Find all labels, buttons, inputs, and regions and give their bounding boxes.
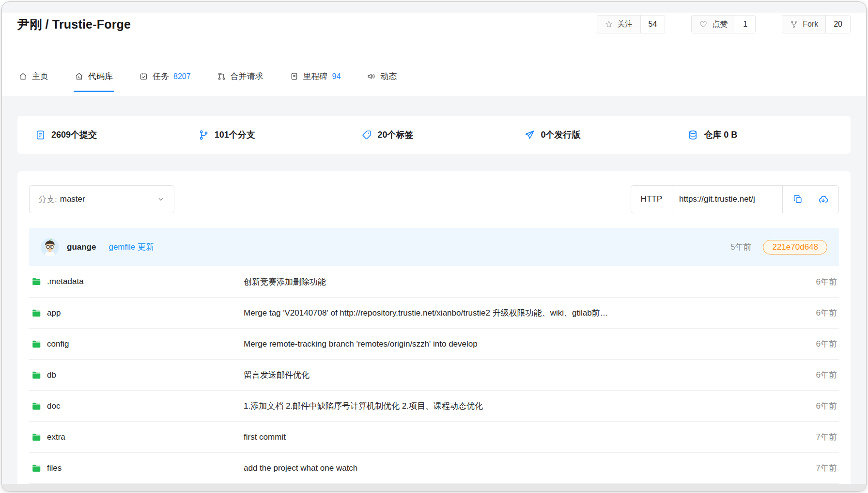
fork-count[interactable]: 20: [825, 16, 850, 33]
folder-icon: [31, 339, 42, 350]
tag-icon: [361, 129, 372, 141]
stat-label: 101个分支: [215, 129, 255, 141]
commit-time: 6年前: [774, 400, 837, 412]
commit-message[interactable]: first commit: [244, 432, 286, 442]
activity-icon: [367, 72, 376, 81]
file-name[interactable]: files: [47, 463, 62, 473]
commit-time: 5年前: [730, 241, 751, 253]
task-icon: [139, 72, 148, 81]
file-table: .metadata 创新竞赛添加删除功能 6年前 app Merge tag '…: [29, 266, 839, 492]
like-button[interactable]: 点赞 1: [691, 15, 756, 33]
table-row[interactable]: extra first commit 7年前: [29, 421, 839, 452]
merge-icon: [217, 72, 226, 81]
folder-icon: [31, 276, 42, 287]
folder-icon: [31, 463, 42, 474]
table-row[interactable]: .metadata 创新竞赛添加删除功能 6年前: [29, 266, 839, 297]
copy-icon[interactable]: [792, 194, 803, 205]
like-count[interactable]: 1: [735, 16, 755, 33]
commit-time: 6年前: [774, 338, 837, 350]
folder-icon: [31, 432, 42, 443]
commit-message-link[interactable]: gemfile 更新: [108, 241, 154, 253]
watch-count[interactable]: 54: [640, 16, 665, 33]
stat-label: 2609个提交: [51, 129, 97, 141]
tab-pull-requests[interactable]: 合并请求: [216, 71, 264, 92]
commit-time: 7年前: [774, 462, 837, 474]
table-row[interactable]: db 留言发送邮件优化 6年前: [29, 359, 839, 390]
repo-browser-card: 分支: master HTTP https://git.trustie.net/…: [17, 171, 851, 492]
stat-label: 0个发行版: [541, 129, 580, 141]
protocol-button[interactable]: HTTP: [631, 186, 672, 213]
tab-repository[interactable]: 代码库: [74, 71, 114, 92]
repo-toolbar: 分支: master HTTP https://git.trustie.net/…: [29, 185, 839, 213]
repo-header: 尹刚 / Trustie-Forge 关注 54: [2, 13, 866, 96]
tab-label: 代码库: [88, 71, 113, 82]
commit-author[interactable]: guange: [67, 242, 96, 252]
window-bottom-edge: [2, 484, 866, 491]
tab-label: 动态: [380, 71, 397, 82]
star-icon: [604, 20, 613, 29]
file-name[interactable]: app: [47, 308, 61, 318]
file-name[interactable]: .metadata: [47, 277, 84, 286]
watch-label: 关注: [618, 19, 633, 30]
stat-branches[interactable]: 101个分支: [198, 129, 361, 141]
table-row[interactable]: files add the project what one watch 7年前: [29, 452, 839, 483]
tab-label: 里程碑: [303, 71, 328, 82]
chevron-down-icon: [156, 195, 165, 204]
commit-message[interactable]: add the project what one watch: [244, 463, 357, 473]
branch-label: 分支:: [38, 194, 57, 205]
tab-count: 94: [332, 72, 341, 81]
fork-label: Fork: [803, 20, 818, 29]
commit-hash-badge[interactable]: 221e70d648: [763, 240, 827, 254]
repo-icon: [75, 72, 84, 81]
tab-milestones[interactable]: 里程碑 94: [289, 71, 342, 92]
tab-label: 合并请求: [231, 71, 264, 82]
fork-icon: [790, 20, 798, 29]
home-icon: [18, 72, 28, 81]
download-icon[interactable]: [818, 194, 829, 205]
folder-icon: [31, 401, 42, 412]
commit-message[interactable]: Merge tag 'V20140708' of http://reposito…: [244, 308, 608, 318]
fork-button[interactable]: Fork 20: [782, 15, 851, 33]
tab-home[interactable]: 主页: [17, 71, 49, 92]
stat-repo-size[interactable]: 仓库 0 B: [687, 129, 851, 141]
tab-label: 主页: [32, 71, 48, 82]
tab-activity[interactable]: 动态: [366, 71, 398, 92]
repo-actions: 关注 54 点赞 1: [597, 15, 851, 33]
latest-commit-bar: guange gemfile 更新 5年前 221e70d648: [29, 228, 839, 266]
commit-message[interactable]: 留言发送邮件优化: [244, 370, 310, 380]
tab-label: 任务: [153, 71, 169, 82]
commit-message[interactable]: 1.添加文档 2.邮件中缺陷序号计算机制优化 2.项目、课程动态优化: [244, 401, 483, 411]
commit-message[interactable]: Merge remote-tracking branch 'remotes/or…: [244, 339, 478, 349]
app-window: 尹刚 / Trustie-Forge 关注 54: [1, 1, 867, 492]
milestone-icon: [290, 72, 299, 81]
file-name[interactable]: config: [47, 339, 69, 349]
stat-tags[interactable]: 20个标签: [361, 129, 525, 141]
commits-icon: [35, 129, 46, 141]
heart-icon: [699, 20, 708, 29]
repo-tabs: 主页 代码库 任务 8207 合并请求: [17, 71, 398, 92]
table-row[interactable]: config Merge remote-tracking branch 'rem…: [29, 328, 839, 359]
table-row[interactable]: app Merge tag 'V20140708' of http://repo…: [29, 297, 839, 328]
stat-releases[interactable]: 0个发行版: [524, 129, 687, 141]
commit-message[interactable]: 创新竞赛添加删除功能: [244, 277, 326, 286]
table-row[interactable]: doc 1.添加文档 2.邮件中缺陷序号计算机制优化 2.项目、课程动态优化 6…: [29, 390, 839, 421]
repo-stats-bar: 2609个提交 101个分支 20个标签 0个发行版 仓库 0 B: [17, 116, 851, 154]
branch-selector[interactable]: 分支: master: [29, 185, 174, 213]
folder-icon: [31, 308, 42, 318]
database-icon: [687, 129, 698, 141]
commit-time: 7年前: [774, 431, 837, 443]
tab-issues[interactable]: 任务 8207: [138, 71, 192, 92]
avatar[interactable]: [41, 238, 59, 256]
file-name[interactable]: extra: [47, 432, 65, 442]
watch-button[interactable]: 关注 54: [597, 15, 666, 33]
stat-commits[interactable]: 2609个提交: [35, 129, 198, 141]
clone-url-field[interactable]: https://git.trustie.net/j: [672, 186, 782, 213]
clone-url-group: HTTP https://git.trustie.net/j: [631, 185, 839, 213]
like-label: 点赞: [712, 19, 728, 30]
stat-label: 仓库 0 B: [704, 129, 737, 141]
file-name[interactable]: db: [47, 370, 56, 380]
branch-icon: [198, 129, 209, 141]
folder-icon: [31, 370, 42, 381]
file-name[interactable]: doc: [47, 401, 60, 411]
commit-time: 6年前: [774, 369, 837, 381]
